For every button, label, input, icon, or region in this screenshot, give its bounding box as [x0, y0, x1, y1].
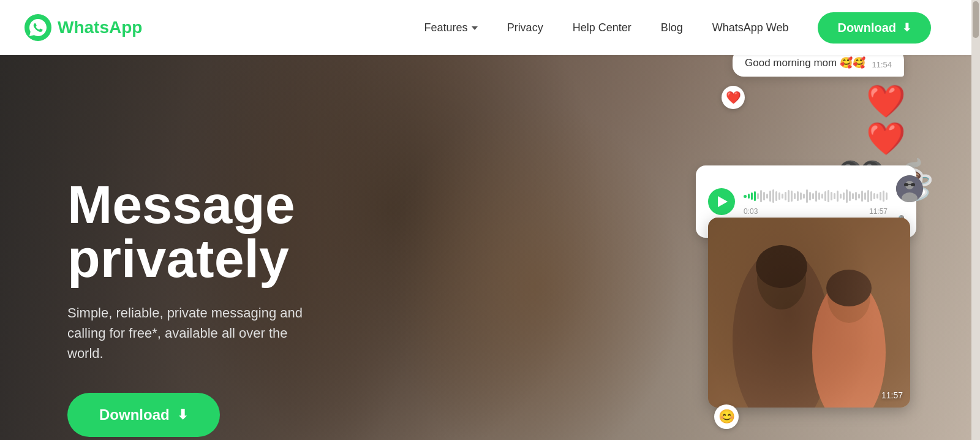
hearts-sticker: ❤️❤️ — [837, 83, 935, 157]
waveform-bar — [785, 192, 786, 200]
waveform-bar — [846, 189, 848, 203]
waveform-bar — [754, 191, 756, 201]
waveform-bar — [791, 191, 793, 202]
waveform-bars — [744, 188, 888, 205]
svg-rect-4 — [904, 183, 908, 186]
waveform-bar — [800, 192, 802, 200]
waveform-bar — [880, 192, 881, 200]
waveform-area: 0:03 11:57 — [744, 188, 888, 216]
nav-privacy[interactable]: Privacy — [507, 21, 543, 34]
waveform-bar — [834, 193, 835, 199]
waveform-played-dot — [744, 195, 747, 198]
nav-blog[interactable]: Blog — [661, 21, 683, 34]
waveform-bar — [886, 192, 888, 200]
waveform-bar — [748, 194, 750, 199]
waveform-bar — [818, 192, 820, 200]
whatsapp-logo-icon — [24, 14, 51, 41]
waveform-bar — [815, 191, 817, 202]
waveform-bar — [763, 192, 765, 200]
message-time: 11:54 — [872, 60, 892, 69]
logo-link[interactable]: WhatsApp — [24, 14, 142, 41]
photo-card: 11:57 — [708, 218, 910, 408]
waveform-bar — [883, 191, 884, 202]
chat-ui-overlays: Good morning mom 🥰🥰 11:54 ❤️ ❤️❤️ 🖤☕ 0:0… — [665, 55, 922, 440]
photo-timestamp: 11:57 — [881, 390, 903, 400]
hero-title: Messageprivately — [67, 178, 312, 286]
nav-help-center[interactable]: Help Center — [573, 21, 631, 34]
smiley-reaction-badge: 😊 — [714, 404, 739, 429]
waveform-bar — [775, 191, 777, 201]
waveform-bar — [864, 192, 866, 200]
nav-links: Features Privacy Help Center Blog WhatsA… — [424, 12, 931, 44]
waveform-bar — [861, 191, 863, 202]
waveform-bar — [837, 191, 839, 202]
hero-subtitle: Simple, reliable, private messaging and … — [67, 303, 312, 363]
waveform-bar — [809, 192, 811, 200]
download-icon: ⬇ — [902, 21, 911, 34]
waveform-bar — [840, 194, 842, 199]
waveform-bar — [803, 194, 805, 199]
voice-time-sent: 11:57 — [869, 207, 888, 216]
navbar-download-button[interactable]: Download ⬇ — [818, 12, 931, 44]
svg-point-12 — [756, 245, 807, 288]
chevron-down-icon — [472, 26, 478, 30]
brand-name: WhatsApp — [58, 18, 142, 37]
scrollbar[interactable] — [971, 0, 980, 440]
waveform-bar — [766, 194, 768, 199]
waveform-bar — [797, 191, 799, 201]
heart-reaction-badge: ❤️ — [722, 86, 745, 109]
waveform-bar — [858, 194, 860, 199]
waveform-bar — [870, 191, 872, 201]
voice-meta: 0:03 11:57 — [744, 207, 888, 216]
waveform-bar — [757, 193, 759, 199]
hero-content: Messageprivately Simple, reliable, priva… — [67, 178, 312, 437]
waveform-bar — [824, 191, 826, 201]
waveform-bar — [831, 192, 832, 200]
heart-emoji: ❤️ — [726, 90, 741, 105]
hero-download-button[interactable]: Download ⬇ — [67, 393, 220, 437]
waveform-bar — [812, 193, 814, 199]
waveform-bar — [772, 189, 774, 203]
waveform-bar — [867, 190, 869, 202]
play-button[interactable] — [708, 188, 735, 215]
hero-section: Messageprivately Simple, reliable, priva… — [0, 55, 971, 440]
waveform-bar — [778, 192, 780, 200]
waveform-bar — [760, 190, 762, 202]
scrollbar-thumb[interactable] — [973, 1, 979, 38]
nav-features[interactable]: Features — [424, 21, 478, 34]
waveform-bar — [843, 192, 845, 200]
message-text: Good morning mom 🥰🥰 — [745, 56, 865, 69]
voice-time-played: 0:03 — [744, 207, 758, 216]
svg-rect-5 — [911, 183, 915, 186]
waveform-bar — [794, 193, 796, 199]
waveform-bar — [876, 194, 878, 199]
waveform-bar — [751, 192, 753, 200]
navbar: WhatsApp Features Privacy Help Center Bl… — [0, 0, 980, 55]
waveform-bar — [806, 189, 808, 203]
voice-avatar — [896, 175, 923, 202]
smiley-emoji: 😊 — [718, 409, 735, 425]
waveform-bar — [827, 190, 829, 202]
waveform-bar — [782, 194, 783, 199]
waveform-bar — [873, 193, 875, 199]
waveform-bar — [769, 191, 771, 202]
play-icon — [718, 196, 728, 207]
svg-point-13 — [826, 270, 872, 306]
waveform-bar — [852, 193, 854, 199]
download-arrow-icon: ⬇ — [177, 407, 188, 423]
nav-whatsapp-web[interactable]: WhatsApp Web — [712, 21, 789, 34]
message-bubble: Good morning mom 🥰🥰 11:54 — [733, 55, 904, 77]
waveform-bar — [788, 190, 790, 202]
waveform-bar — [849, 191, 851, 201]
waveform-bar — [855, 192, 857, 200]
waveform-bar — [821, 194, 823, 199]
